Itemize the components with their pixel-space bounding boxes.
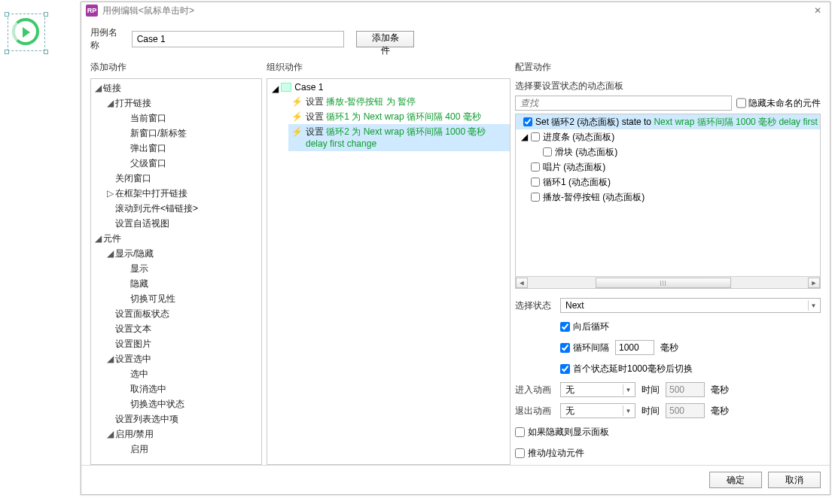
chevron-down-icon: ▼ xyxy=(808,300,818,311)
state-label: 选择状态 xyxy=(515,299,554,312)
time-label-in: 时间 xyxy=(642,384,660,396)
show-if-hidden-checkbox[interactable]: 如果隐藏则显示面板 xyxy=(515,426,609,439)
anim-in-label: 进入动画 xyxy=(515,384,554,396)
tree-unsel[interactable]: 取消选中 xyxy=(130,384,166,394)
case-name-input[interactable] xyxy=(132,31,345,47)
panel-row-loop1[interactable]: 循环1 (动态面板) xyxy=(516,175,820,190)
select-panel-title: 选择要设置状态的动态面板 xyxy=(515,80,821,93)
tree-current-window[interactable]: 当前窗口 xyxy=(130,113,166,123)
tree-set-selected[interactable]: 设置选中 xyxy=(115,354,151,364)
action-tree-panel[interactable]: ◢链接 ◢打开链接 当前窗口 新窗口/新标签 弹出窗口 父级窗口 xyxy=(90,78,262,465)
tree-close-window[interactable]: 关闭窗口 xyxy=(115,173,151,184)
tree-open-link[interactable]: 打开链接 xyxy=(115,98,151,108)
case-name-label: 用例名称 xyxy=(90,26,126,52)
add-action-header: 添加动作 xyxy=(90,61,262,74)
cancel-button[interactable]: 取消 xyxy=(768,472,821,488)
tree-popup[interactable]: 弹出窗口 xyxy=(130,143,166,153)
panel-row-disc[interactable]: 唱片 (动态面板) xyxy=(516,159,820,175)
delay-first-checkbox[interactable]: 首个状态延时1000毫秒后切换 xyxy=(560,363,693,375)
tree-hide[interactable]: 隐藏 xyxy=(130,278,148,289)
state-select[interactable]: Next▼ xyxy=(560,298,821,313)
tree-panel-state[interactable]: 设置面板状态 xyxy=(115,308,169,319)
anim-in-time xyxy=(666,382,705,397)
tree-links[interactable]: 链接 xyxy=(103,83,121,93)
panel-row-play-pause[interactable]: 播放-暂停按钮 (动态面板) xyxy=(516,190,820,205)
tree-adaptive-view[interactable]: 设置自适视图 xyxy=(115,218,169,229)
interval-checkbox[interactable]: 循环间隔 xyxy=(560,342,609,354)
tree-set-text[interactable]: 设置文本 xyxy=(115,323,151,334)
tree-scroll-to[interactable]: 滚动到元件<锚链接> xyxy=(115,203,198,214)
case-editor-dialog: RP 用例编辑<鼠标单击时> ✕ 用例名称 添加条件 添加动作 ◢链接 ◢打开链… xyxy=(81,2,830,495)
ms-label-3: 毫秒 xyxy=(711,405,729,417)
hide-unnamed-check[interactable]: 隐藏未命名的元件 xyxy=(736,96,821,111)
horizontal-scrollbar[interactable]: ◄ ||| ► xyxy=(516,276,820,288)
tree-toggle-vis[interactable]: 切换可见性 xyxy=(130,293,175,304)
wrap-checkbox[interactable]: 向后循环 xyxy=(560,320,609,333)
dialog-title: 用例编辑<鼠标单击时> xyxy=(102,5,810,17)
organize-action-2[interactable]: ⚡ 设置 循环1 为 Next wrap 循环间隔 400 毫秒 xyxy=(288,109,510,124)
time-label-out: 时间 xyxy=(642,405,660,417)
panel-row-progress[interactable]: ◢进度条 (动态面板) xyxy=(516,129,820,144)
interval-input[interactable] xyxy=(615,340,654,355)
panel-row-slider[interactable]: 滑块 (动态面板) xyxy=(516,144,820,159)
app-icon: RP xyxy=(86,5,98,17)
tree-list-selection[interactable]: 设置列表选中项 xyxy=(115,414,178,424)
anim-out-label: 退出动画 xyxy=(515,405,554,417)
organize-panel: ◢ Case 1 ⚡ 设置 播放-暂停按钮 为 暂停 ⚡ 设置 循环1 为 Ne… xyxy=(267,78,510,465)
tree-sel[interactable]: 选中 xyxy=(130,369,148,379)
panel-row-loop2[interactable]: Set 循环2 (动态面板) state to Next wrap 循环间隔 1… xyxy=(516,114,820,129)
scroll-left-icon[interactable]: ◄ xyxy=(516,278,528,288)
anim-in-select[interactable]: 无▼ xyxy=(560,382,635,397)
ms-label-2: 毫秒 xyxy=(711,384,729,396)
close-icon[interactable]: ✕ xyxy=(810,5,825,16)
design-canvas-widget xyxy=(3,11,45,53)
organize-action-3[interactable]: ⚡ 设置 循环2 为 Next wrap 循环间隔 1000 毫秒 delay … xyxy=(288,124,510,151)
organize-header: 组织动作 xyxy=(267,61,510,74)
ok-button[interactable]: 确定 xyxy=(709,472,762,488)
push-pull-checkbox[interactable]: 推动/拉动元件 xyxy=(515,447,584,460)
search-input[interactable] xyxy=(515,96,732,111)
bolt-icon: ⚡ xyxy=(291,111,303,123)
case-icon xyxy=(281,83,291,92)
tree-parent[interactable]: 父级窗口 xyxy=(130,158,166,169)
anim-out-time xyxy=(666,403,705,418)
tree-tog-sel[interactable]: 切换选中状态 xyxy=(130,399,184,409)
scroll-thumb[interactable]: ||| xyxy=(596,278,731,288)
tree-widgets[interactable]: 元件 xyxy=(103,233,121,244)
anim-out-select[interactable]: 无▼ xyxy=(560,403,635,418)
bolt-icon: ⚡ xyxy=(291,126,303,138)
tree-set-image[interactable]: 设置图片 xyxy=(115,339,151,349)
tree-enable-disable[interactable]: 启用/禁用 xyxy=(115,429,154,439)
tree-show-hide[interactable]: 显示/隐藏 xyxy=(115,248,154,259)
ms-label-1: 毫秒 xyxy=(660,342,678,354)
chevron-down-icon: ▼ xyxy=(623,384,633,395)
tree-show[interactable]: 显示 xyxy=(130,263,148,274)
titlebar: RP 用例编辑<鼠标单击时> ✕ xyxy=(81,2,830,19)
add-condition-button[interactable]: 添加条件 xyxy=(356,31,414,47)
dynamic-panel-list[interactable]: Set 循环2 (动态面板) state to Next wrap 循环间隔 1… xyxy=(515,114,821,289)
configure-header: 配置动作 xyxy=(515,61,821,74)
tree-enable[interactable]: 启用 xyxy=(130,444,148,454)
organize-action-1[interactable]: ⚡ 设置 播放-暂停按钮 为 暂停 xyxy=(288,94,510,109)
case-node[interactable]: Case 1 xyxy=(281,82,323,93)
tree-open-in-frame[interactable]: 在框架中打开链接 xyxy=(115,188,187,199)
scroll-right-icon[interactable]: ► xyxy=(808,278,820,288)
bolt-icon: ⚡ xyxy=(291,96,303,108)
chevron-down-icon: ▼ xyxy=(623,405,633,416)
tree-new-window[interactable]: 新窗口/新标签 xyxy=(130,128,187,138)
